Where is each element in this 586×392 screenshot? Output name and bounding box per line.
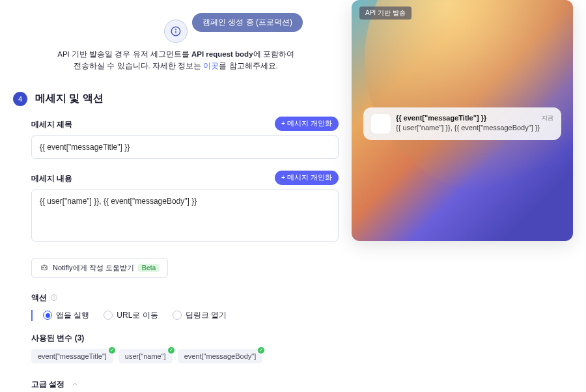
status-pill: 캠페인 생성 중 (프로덕션): [192, 13, 303, 32]
action-radio-app[interactable]: 앱을 실행: [43, 310, 89, 321]
var-chip: event["messageBody"]: [178, 349, 263, 363]
message-title-input[interactable]: [31, 135, 339, 159]
right-column: API 기반 발송 {{ event["messageTitle"] }} {{…: [352, 0, 573, 390]
info-line1-bold: API request body: [191, 50, 253, 58]
var-chip: user["name"]: [119, 349, 173, 363]
notification-app-icon: [371, 114, 391, 133]
used-vars-label: 사용된 변수 (3): [31, 333, 339, 344]
info-line1-suffix: 에 포함하여: [253, 50, 294, 58]
help-icon: [50, 294, 58, 301]
chevron-up-icon: [71, 380, 79, 388]
var-chip-text: event["messageTitle"]: [38, 352, 107, 360]
left-column: API 기반 발송일 경우 유저 세그먼트를 API request body에…: [13, 0, 339, 390]
svg-point-2: [176, 29, 176, 30]
var-chip-text: event["messageBody"]: [184, 352, 257, 360]
section-header: 4 메세지 및 액션: [13, 92, 339, 106]
beta-tag: Beta: [138, 264, 160, 272]
radio-unchecked-icon: [173, 311, 182, 320]
info-text: API 기반 발송일 경우 유저 세그먼트를 API request body에…: [33, 48, 319, 72]
robot-icon: [40, 263, 49, 272]
check-icon: [258, 347, 264, 354]
radio-deeplink-label: 딥링크 열기: [186, 310, 227, 321]
used-vars-section: 사용된 변수 (3) event["messageTitle"] user["n…: [31, 333, 339, 363]
action-radio-deeplink[interactable]: 딥링크 열기: [173, 310, 227, 321]
svg-point-4: [43, 268, 44, 268]
info-icon: [164, 20, 188, 43]
var-chip-text: user["name"]: [125, 352, 166, 360]
svg-point-8: [54, 299, 55, 300]
action-label: 액션: [31, 292, 339, 303]
action-section: 액션 앱을 실행 URL로 이동 딥링크 열기: [31, 292, 339, 321]
notification-title: {{ event["messageTitle"] }}: [396, 114, 553, 122]
main-container: API 기반 발송일 경우 유저 세그먼트를 API request body에…: [0, 0, 586, 390]
var-chip: event["messageTitle"]: [31, 349, 113, 363]
action-radio-url[interactable]: URL로 이동: [104, 310, 158, 321]
check-icon: [109, 347, 115, 354]
radio-checked-icon: [43, 311, 52, 320]
radio-url-label: URL로 이동: [117, 310, 158, 321]
phone-preview: API 기반 발송 {{ event["messageTitle"] }} {{…: [352, 0, 573, 241]
info-line1-prefix: API 기반 발송일 경우 유저 세그먼트를: [57, 50, 191, 58]
section-title: 메세지 및 액션: [35, 92, 104, 105]
message-body-input[interactable]: {{ user["name"] }}, {{ event["messageBod…: [31, 189, 339, 242]
notification-card: {{ event["messageTitle"] }} {{ user["nam…: [363, 107, 561, 140]
helper-button-text: Notifly에게 작성 도움받기: [53, 263, 134, 273]
radio-app-label: 앱을 실행: [56, 310, 89, 321]
svg-rect-3: [42, 266, 47, 270]
preview-tag: API 기반 발송: [359, 7, 412, 20]
message-title-group: 메세지 제목 + 메시지 개인화: [31, 119, 339, 159]
step-badge: 4: [13, 92, 27, 106]
helper-group: Notifly에게 작성 도움받기 Beta: [31, 258, 339, 278]
advanced-settings-toggle[interactable]: 고급 설정: [31, 379, 339, 390]
svg-point-5: [45, 268, 46, 268]
check-icon: [168, 347, 174, 354]
personalize-body-button[interactable]: + 메시지 개인화: [275, 171, 339, 185]
message-body-group: 메세지 내용 + 메시지 개인화 {{ user["name"] }}, {{ …: [31, 173, 339, 244]
info-line2-suffix: 를 참고해주세요.: [219, 62, 277, 70]
notification-time: 지금: [542, 114, 553, 122]
notification-message: {{ user["name"] }}, {{ event["messageBod…: [396, 123, 553, 132]
ai-helper-button[interactable]: Notifly에게 작성 도움받기 Beta: [31, 258, 168, 278]
advanced-label: 고급 설정: [31, 379, 64, 390]
notification-body: {{ event["messageTitle"] }} {{ user["nam…: [396, 114, 553, 132]
radio-unchecked-icon: [104, 311, 113, 320]
personalize-title-button[interactable]: + 메시지 개인화: [275, 117, 339, 131]
action-radio-group: 앱을 실행 URL로 이동 딥링크 열기: [31, 310, 339, 321]
info-link[interactable]: 이곳: [203, 62, 219, 70]
info-line2-prefix: 전송하실 수 있습니다. 자세한 정보는: [74, 62, 203, 70]
action-label-text: 액션: [31, 292, 47, 303]
var-chips: event["messageTitle"] user["name"] event…: [31, 349, 339, 363]
